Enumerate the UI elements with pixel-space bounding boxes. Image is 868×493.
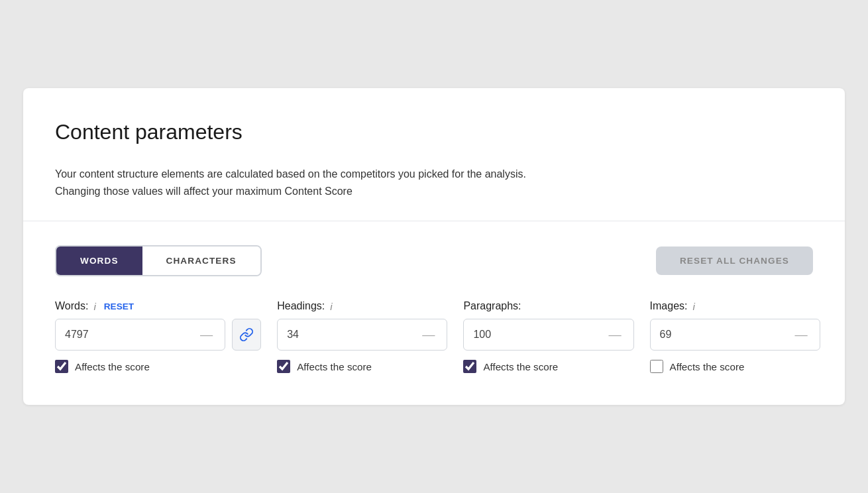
- headings-input-box: —: [277, 319, 447, 351]
- link-icon: [239, 327, 254, 342]
- images-input-row: —: [650, 319, 820, 351]
- paragraphs-checkbox-row: Affects the score: [463, 360, 633, 373]
- paragraphs-minus-btn[interactable]: —: [606, 327, 624, 342]
- reset-all-button[interactable]: RESET ALL CHANGES: [656, 246, 813, 275]
- paragraphs-input-box: —: [463, 319, 633, 351]
- fields-row: Words: i RESET —: [55, 300, 813, 373]
- images-minus-btn[interactable]: —: [792, 327, 810, 342]
- paragraphs-label-row: Paragraphs:: [463, 300, 633, 312]
- headings-checkbox-row: Affects the score: [277, 360, 447, 373]
- field-group-headings: Headings: i — Affects the score: [277, 300, 447, 373]
- images-input-box: —: [650, 319, 820, 351]
- toolbar: WORDS CHARACTERS RESET ALL CHANGES: [55, 245, 813, 276]
- field-group-words: Words: i RESET —: [55, 300, 261, 373]
- words-minus-btn[interactable]: —: [197, 327, 215, 342]
- words-link-button[interactable]: [232, 319, 261, 351]
- images-input[interactable]: [660, 329, 792, 341]
- paragraphs-input[interactable]: [473, 329, 606, 341]
- headings-affects-score-checkbox[interactable]: [277, 360, 290, 373]
- words-input-box: —: [55, 319, 225, 351]
- field-group-paragraphs: Paragraphs: — Affects the score: [463, 300, 633, 373]
- images-info-icon: i: [692, 301, 694, 312]
- field-group-images: Images: i — Affects the score: [650, 300, 820, 373]
- words-label-row: Words: i RESET: [55, 300, 261, 312]
- headings-input[interactable]: [287, 329, 419, 341]
- images-checkbox-row: Affects the score: [650, 360, 820, 373]
- headings-label-row: Headings: i: [277, 300, 447, 312]
- tab-words[interactable]: WORDS: [56, 246, 142, 275]
- words-affects-label[interactable]: Affects the score: [75, 361, 150, 372]
- words-affects-score-checkbox[interactable]: [55, 360, 68, 373]
- page-title: Content parameters: [55, 120, 813, 144]
- images-affects-score-checkbox[interactable]: [650, 360, 663, 373]
- words-reset-link[interactable]: RESET: [104, 301, 134, 311]
- words-input-row: —: [55, 319, 261, 351]
- content-parameters-card: Content parameters Your content structur…: [23, 88, 845, 405]
- headings-label: Headings:: [277, 300, 325, 312]
- images-label-row: Images: i: [650, 300, 820, 312]
- tab-group: WORDS CHARACTERS: [55, 245, 262, 276]
- headings-info-icon: i: [330, 301, 332, 312]
- paragraphs-label: Paragraphs:: [463, 300, 521, 312]
- paragraphs-affects-label[interactable]: Affects the score: [483, 361, 558, 372]
- words-input[interactable]: [65, 329, 197, 341]
- card-header: Content parameters Your content structur…: [23, 88, 845, 221]
- card-body: WORDS CHARACTERS RESET ALL CHANGES Words…: [23, 221, 845, 405]
- description-text: Your content structure elements are calc…: [55, 166, 559, 199]
- images-affects-label[interactable]: Affects the score: [670, 361, 745, 372]
- paragraphs-input-row: —: [463, 319, 633, 351]
- words-label: Words:: [55, 300, 88, 312]
- paragraphs-affects-score-checkbox[interactable]: [463, 360, 476, 373]
- tab-characters[interactable]: CHARACTERS: [142, 246, 260, 275]
- headings-minus-btn[interactable]: —: [419, 327, 437, 342]
- headings-input-row: —: [277, 319, 447, 351]
- words-checkbox-row: Affects the score: [55, 360, 261, 373]
- images-label: Images:: [650, 300, 688, 312]
- headings-affects-label[interactable]: Affects the score: [297, 361, 372, 372]
- words-info-icon: i: [93, 301, 95, 312]
